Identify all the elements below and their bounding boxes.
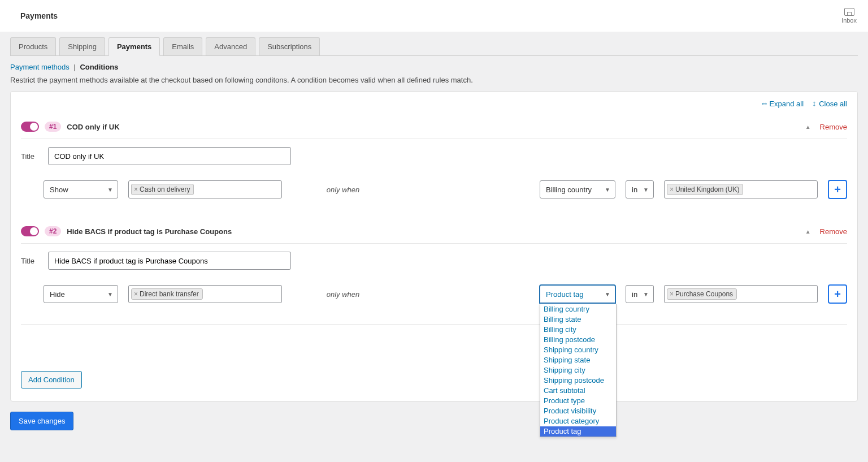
- tab-advanced[interactable]: Advanced: [206, 37, 255, 55]
- subnav-separator: |: [73, 63, 75, 71]
- rule-field-option[interactable]: Product tag: [540, 426, 616, 437]
- condition-header[interactable]: #1 COD only if UK ▲ Remove: [21, 122, 847, 139]
- chevron-down-icon: ▼: [605, 291, 610, 297]
- chevron-up-icon[interactable]: ▲: [805, 124, 811, 130]
- save-button[interactable]: Save changes: [10, 412, 73, 430]
- rule-field-select[interactable]: Billing country▼: [540, 180, 615, 198]
- condition-badge: #2: [45, 226, 61, 236]
- rule-field-dropdown[interactable]: Billing countryBilling stateBilling city…: [540, 304, 617, 437]
- rule-value-tokens[interactable]: ×Purchase Coupons: [664, 285, 818, 303]
- action-select[interactable]: Show▼: [44, 180, 118, 198]
- token[interactable]: ×Purchase Coupons: [667, 288, 737, 300]
- chevron-down-icon: ▼: [643, 187, 649, 193]
- condition-header[interactable]: #2 Hide BACS if product tag is Purchase …: [21, 226, 847, 244]
- condition-heading: Hide BACS if product tag is Purchase Cou…: [67, 227, 232, 236]
- title-input[interactable]: [48, 147, 291, 165]
- token[interactable]: ×Cash on delivery: [131, 184, 194, 195]
- title-label: Title: [21, 152, 39, 161]
- conditions-panel: ⤢Expand all ⤡Close all #1 COD only if UK…: [10, 91, 858, 401]
- add-rule-button[interactable]: +: [828, 180, 847, 199]
- rule-field-option[interactable]: Billing country: [540, 304, 616, 314]
- tab-emails[interactable]: Emails: [163, 37, 202, 55]
- subnav: Payment methods | Conditions: [10, 63, 858, 71]
- rule-field-option[interactable]: Product category: [540, 416, 616, 426]
- rule-field-option[interactable]: Product type: [540, 396, 616, 406]
- chevron-up-icon[interactable]: ▲: [805, 228, 811, 235]
- condition-badge: #1: [45, 122, 61, 132]
- inbox-icon: [844, 8, 854, 16]
- rule-field-option[interactable]: Shipping postcode: [540, 375, 616, 386]
- chevron-down-icon: ▼: [107, 291, 113, 297]
- rule-value-tokens[interactable]: ×United Kingdom (UK): [664, 180, 818, 198]
- title-input[interactable]: [48, 252, 291, 270]
- condition-heading: COD only if UK: [67, 123, 119, 131]
- collapse-icon: ⤡: [810, 100, 819, 109]
- rule-field-option[interactable]: Billing city: [540, 325, 616, 335]
- page-title: Payments: [20, 11, 58, 20]
- rule-row: Hide▼ ×Direct bank transfer only when Pr…: [44, 284, 847, 304]
- token-remove-icon[interactable]: ×: [670, 185, 674, 193]
- tab-subscriptions[interactable]: Subscriptions: [259, 37, 320, 55]
- subnav-payment-methods[interactable]: Payment methods: [10, 63, 70, 71]
- rule-row: Show▼ ×Cash on delivery only when Billin…: [44, 180, 847, 199]
- rule-operator-select[interactable]: in▼: [626, 285, 654, 303]
- chevron-down-icon: ▼: [643, 291, 649, 297]
- action-select[interactable]: Hide▼: [44, 285, 118, 303]
- expand-all-link[interactable]: ⤢Expand all: [762, 100, 804, 108]
- add-rule-button[interactable]: +: [828, 284, 847, 304]
- payment-method-tokens[interactable]: ×Direct bank transfer: [128, 285, 282, 303]
- tab-shipping[interactable]: Shipping: [59, 37, 105, 55]
- expand-icon: ⤢: [760, 100, 769, 109]
- token[interactable]: ×Direct bank transfer: [131, 288, 203, 300]
- chevron-down-icon: ▼: [605, 187, 610, 193]
- divider: [21, 324, 847, 325]
- condition-toggle[interactable]: [21, 226, 39, 236]
- token-remove-icon[interactable]: ×: [134, 290, 138, 298]
- tabs-nav: Products Shipping Payments Emails Advanc…: [10, 37, 858, 56]
- tab-payments[interactable]: Payments: [108, 37, 160, 56]
- add-condition-button[interactable]: Add Condition: [21, 371, 82, 388]
- rule-field-select[interactable]: Product tag▼ Billing countryBilling stat…: [540, 285, 615, 303]
- condition-block: #2 Hide BACS if product tag is Purchase …: [21, 216, 847, 307]
- rule-field-option[interactable]: Shipping state: [540, 355, 616, 365]
- only-when-label: only when: [325, 290, 361, 299]
- token[interactable]: ×United Kingdom (UK): [667, 184, 743, 195]
- rule-field-option[interactable]: Shipping country: [540, 345, 616, 355]
- page-description: Restrict the payment methods available a…: [10, 76, 858, 84]
- remove-button[interactable]: Remove: [820, 123, 847, 131]
- close-all-link[interactable]: ⤡Close all: [811, 100, 847, 108]
- condition-toggle[interactable]: [21, 122, 39, 132]
- title-label: Title: [21, 257, 39, 265]
- rule-field-option[interactable]: Billing postcode: [540, 335, 616, 345]
- rule-field-option[interactable]: Billing state: [540, 314, 616, 325]
- inbox-label: Inbox: [841, 17, 857, 24]
- inbox-button[interactable]: Inbox: [841, 8, 857, 24]
- token-remove-icon[interactable]: ×: [134, 185, 138, 193]
- rule-field-option[interactable]: Cart subtotal: [540, 386, 616, 396]
- chevron-down-icon: ▼: [107, 187, 113, 193]
- subnav-conditions[interactable]: Conditions: [80, 63, 118, 71]
- tab-products[interactable]: Products: [10, 37, 56, 55]
- rule-field-option[interactable]: Product visibility: [540, 406, 616, 416]
- rule-field-option[interactable]: Shipping city: [540, 365, 616, 375]
- condition-block: #1 COD only if UK ▲ Remove Title Show▼ ×…: [21, 111, 847, 202]
- token-remove-icon[interactable]: ×: [670, 290, 674, 298]
- rule-operator-select[interactable]: in▼: [626, 180, 654, 198]
- remove-button[interactable]: Remove: [820, 227, 847, 236]
- only-when-label: only when: [325, 185, 361, 194]
- payment-method-tokens[interactable]: ×Cash on delivery: [128, 180, 282, 198]
